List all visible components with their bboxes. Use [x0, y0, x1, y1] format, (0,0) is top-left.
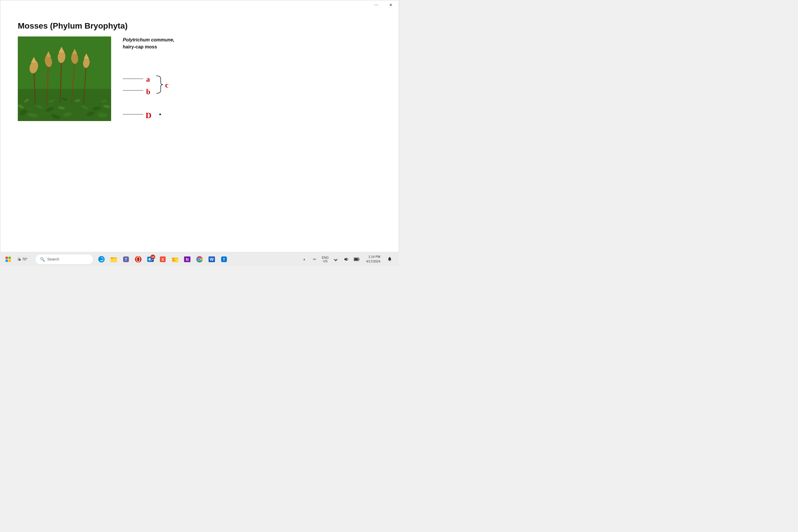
search-icon: 🔍 [40, 257, 45, 262]
teams-icon[interactable]: T [120, 253, 132, 265]
svg-point-53 [98, 256, 105, 263]
svg-rect-56 [111, 257, 113, 259]
wifi-icon[interactable] [331, 254, 340, 264]
svg-rect-49 [5, 256, 8, 259]
annotation-area: Polytrichum commune, hairy-cap moss a b [123, 36, 381, 121]
species-name: Polytrichum commune, hairy-cap moss [123, 36, 174, 51]
svg-rect-51 [5, 260, 8, 262]
file-explorer-icon[interactable] [108, 253, 119, 265]
tray-expand[interactable]: ▲ [300, 254, 309, 264]
svg-point-48 [159, 113, 161, 115]
battery-icon[interactable] [352, 254, 361, 264]
slide-body: Polytrichum commune, hairy-cap moss a b [18, 36, 381, 121]
svg-text:T: T [125, 258, 127, 262]
svg-rect-88 [359, 259, 359, 260]
onenote-icon[interactable]: N [182, 253, 193, 265]
weather-icon: 🌤 [18, 257, 21, 261]
svg-rect-40 [18, 89, 111, 121]
start-button[interactable] [2, 253, 14, 265]
more-options-button[interactable]: ··· [369, 0, 383, 10]
svg-text:W: W [210, 257, 214, 262]
svg-rect-72 [172, 261, 176, 261]
opera-icon[interactable] [132, 253, 144, 265]
svg-point-85 [336, 260, 336, 261]
notification-bell[interactable] [385, 254, 394, 264]
svg-text:D: D [146, 111, 151, 120]
teams-2-icon[interactable]: T [218, 253, 230, 265]
moss-photo [18, 36, 111, 121]
svg-rect-52 [8, 260, 11, 262]
svg-text:T: T [223, 258, 225, 262]
mail-badge: 24 [151, 254, 155, 259]
time: 1:14 PM [366, 254, 380, 259]
svg-rect-89 [354, 258, 358, 260]
volume-icon[interactable] [342, 254, 351, 264]
svg-rect-71 [172, 260, 174, 260]
pen-icon[interactable]: ✏ [310, 254, 319, 264]
close-button[interactable]: ✕ [384, 0, 398, 10]
taskbar-icons: T 24 X [96, 253, 230, 265]
slide-content: Mosses (Phylum Bryophyta) [0, 10, 399, 253]
svg-text:a: a [146, 75, 150, 83]
svg-text:c: c [165, 81, 169, 89]
taskbar: 🌤 70° 🔍 Search [0, 252, 399, 266]
svg-text:X: X [162, 257, 164, 262]
svg-rect-90 [390, 257, 390, 258]
title-bar: ··· ✕ [369, 0, 399, 10]
weather-widget[interactable]: 🌤 70° [15, 257, 33, 261]
svg-rect-70 [172, 258, 174, 259]
svg-text:N: N [186, 257, 188, 262]
svg-point-60 [137, 256, 140, 262]
chrome-icon[interactable] [194, 253, 205, 265]
svg-rect-69 [172, 259, 178, 262]
language-indicator[interactable]: ENG US [321, 256, 330, 263]
xmind-icon[interactable]: X [157, 253, 169, 265]
search-bar[interactable]: 🔍 Search [35, 254, 93, 265]
outlook-icon[interactable]: 24 [145, 253, 156, 265]
file-manager-icon[interactable] [169, 253, 181, 265]
system-tray: ▲ ✏ ENG US [300, 254, 361, 264]
word-icon[interactable]: W [206, 253, 217, 265]
slide-title: Mosses (Phylum Bryophyta) [18, 21, 381, 31]
main-window: ··· ✕ Mosses (Phylum Bryophyta) [0, 0, 399, 254]
svg-point-64 [149, 258, 151, 261]
taskbar-right: ▲ ✏ ENG US [300, 254, 397, 264]
svg-point-80 [198, 258, 201, 260]
date: 4/17/2024 [366, 259, 380, 264]
svg-text:b: b [146, 88, 150, 96]
temperature: 70° [22, 257, 27, 261]
edge-icon[interactable] [96, 253, 107, 265]
search-text: Search [47, 257, 59, 261]
clock[interactable]: 1:14 PM 4/17/2024 [364, 254, 383, 264]
svg-rect-55 [111, 258, 117, 262]
svg-marker-86 [344, 258, 347, 261]
svg-rect-50 [8, 256, 11, 259]
